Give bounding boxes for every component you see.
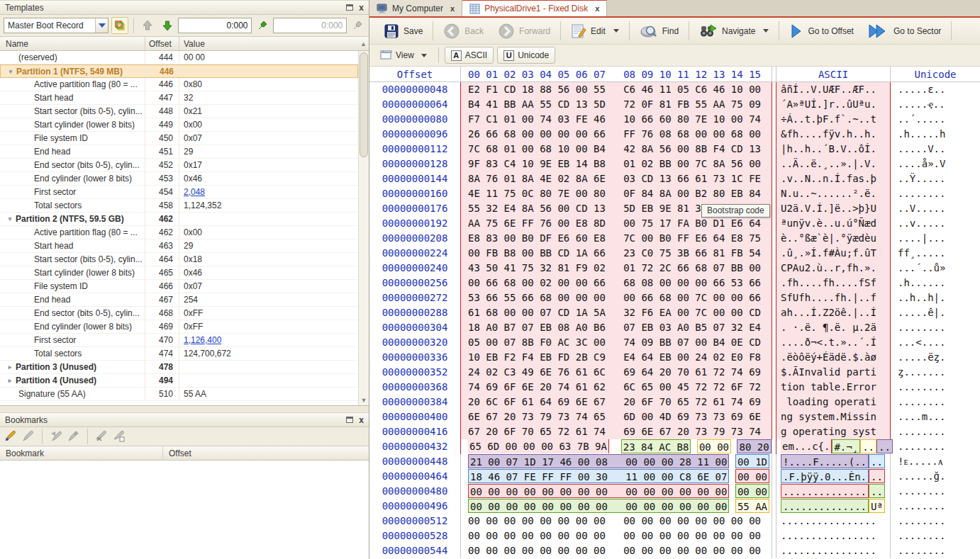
hex-segment-sigAA[interactable]: 55 AA [735, 499, 769, 513]
hex-bytes-cell[interactable]: 8A 76 01 8A 4E 02 8A 6E 03 CD 13 66 61 7… [460, 171, 772, 186]
hex-segment-bootseg[interactable]: em...c{. [781, 439, 832, 453]
hex-bytes-cell[interactable]: 6E 67 20 73 79 73 74 65 6D 00 4D 69 73 7… [460, 410, 772, 424]
ascii-cell[interactable]: U2ä.V.Í.]ë..>þ}U [776, 201, 891, 216]
hex-bytes-cell[interactable]: 67 20 6F 70 65 72 61 74 69 6E 67 20 73 7… [460, 424, 772, 439]
unicode-cell[interactable]: ...´..ů» [891, 261, 980, 276]
ascii-cell[interactable]: ÷Á..t.þF.f`.~..t [776, 112, 891, 127]
gray-pin-icon[interactable] [350, 18, 365, 33]
bookmarks-list[interactable] [0, 461, 369, 559]
ascii-cell[interactable]: ....ð¬<.t.»..´.Í [776, 335, 891, 350]
back-button[interactable]: Back [436, 21, 491, 42]
hex-bytes-cell[interactable]: 9F 83 C4 10 9E EB 14 B8 01 02 BB 00 7C 8… [460, 157, 772, 171]
hex-bytes-cell[interactable]: 53 66 55 66 68 00 00 00 00 66 68 00 7C 0… [460, 290, 772, 305]
unicode-cell[interactable]: ..h..h|. [891, 290, 980, 305]
template-row[interactable]: End sector (bits 0-5), cylin...4680xFF [0, 307, 358, 320]
hex-bytes-cell[interactable]: 4E 11 75 0C 80 7E 00 80 0F 84 8A 00 B2 8… [460, 186, 772, 201]
hex-bytes-cell[interactable]: AA 75 6E FF 76 00 E8 8D 00 75 17 FA B0 D… [460, 216, 772, 231]
unicode-cell[interactable]: ......ğ. [891, 469, 980, 484]
unicode-cell[interactable]: .h...... [891, 276, 980, 290]
forward-button[interactable]: Forward [491, 21, 557, 42]
scroll-up-icon[interactable]: ▲ [358, 37, 369, 50]
unicode-cell[interactable]: ȥ....... [891, 365, 980, 380]
hex-bytes-cell[interactable]: 18 46 07 FE FF FF 00 30 11 00 00 C8 6E 0… [460, 469, 772, 484]
unicode-cell[interactable]: ..´..... [891, 112, 980, 127]
unicode-cell[interactable]: ........ [891, 424, 980, 439]
ascii-cell[interactable]: !....F.....(.... [776, 454, 891, 469]
column-header-name[interactable]: Name [0, 37, 145, 50]
hex-segment-p4[interactable]: 00 00 00 00 00 00 00 00 00 00 00 00 00 0… [468, 499, 729, 513]
sector-link[interactable]: 1,126,400 [184, 335, 221, 345]
ascii-cell[interactable]: &fh....fÿv.h..h. [776, 127, 891, 142]
template-row[interactable]: Start cylinder (lower 8 bits)4490x00 [0, 118, 358, 132]
hex-bytes-cell[interactable]: 21 00 07 1D 17 46 00 08 00 00 00 28 11 0… [460, 454, 772, 469]
unicode-cell[interactable]: ........ [891, 499, 980, 514]
hex-segment-p2[interactable]: 18 46 07 FE FF FF 00 30 11 00 00 C8 6E 0… [468, 469, 729, 483]
hex-bytes-cell[interactable]: 00 00 00 00 00 00 00 00 00 00 00 00 00 0… [460, 484, 772, 499]
hex-segment-p4[interactable]: 00 00 [735, 484, 769, 498]
template-offset-input[interactable] [178, 18, 252, 33]
close-panel-icon[interactable]: x [359, 4, 364, 11]
unicode-cell[interactable]: ...<.... [891, 335, 980, 350]
template-row[interactable]: ▸Partition 4 (Unused)494 [0, 374, 358, 388]
hex-segment-bootseg[interactable]: 65 6D 00 00 00 63 7B 9A [468, 439, 609, 453]
close-panel-icon[interactable]: x [359, 417, 364, 424]
ascii-cell[interactable]: ªunÿv.è..u.ú°Ñæd [776, 216, 891, 231]
unicode-cell[interactable]: ....|... [891, 231, 980, 246]
ascii-cell[interactable]: ................ [776, 529, 891, 543]
hex-segment-sigAA[interactable]: Uª [869, 499, 885, 513]
hex-bytes-cell[interactable]: 7C 68 01 00 68 10 00 B4 42 8A 56 00 8B F… [460, 142, 772, 157]
unicode-cell[interactable]: ..V..... [891, 201, 980, 216]
ascii-cell[interactable]: .û¸.»Í.f#Àu;f.ûT [776, 246, 891, 261]
template-row[interactable]: End head467254 [0, 293, 358, 307]
unicode-cell[interactable]: .....V.. [891, 142, 980, 157]
ascii-cell[interactable]: CPAu2.ù..r,fh.». [776, 261, 891, 276]
chevron-down-icon[interactable] [763, 29, 769, 33]
unicode-cell[interactable]: ........ [891, 514, 980, 529]
ascii-cell[interactable]: .v..N..n.Í.fas.þ [776, 171, 891, 186]
hex-bytes-cell[interactable]: 00 FB B8 00 BB CD 1A 66 23 C0 75 3B 66 8… [460, 246, 772, 261]
find-button[interactable]: Find [633, 21, 686, 42]
scroll-down-icon[interactable]: ▼ [359, 397, 369, 404]
goto-offset-button[interactable]: Go to Offset [782, 21, 860, 42]
ascii-cell[interactable]: ng system.Missin [776, 410, 891, 424]
unicode-cell[interactable]: .....ëȥ. [891, 350, 980, 365]
ascii-cell[interactable]: ................ [776, 543, 891, 558]
template-row[interactable]: End cylinder (lower 8 bits)4530x46 [0, 172, 358, 186]
template-row[interactable]: End head45129 [0, 145, 358, 159]
template-row[interactable]: File system ID4500x07 [0, 132, 358, 145]
ascii-cell[interactable]: âñÍ..V.UÆF..ÆF.. [776, 82, 891, 97]
template-row[interactable]: ▾Partition 2 (NTFS, 59.5 GB)462 [0, 213, 358, 226]
unicode-cell[interactable]: ....m... [891, 410, 980, 424]
ascii-cell[interactable]: SfUfh....fh.|..f [776, 290, 891, 305]
hex-bytes-cell[interactable]: 24 02 C3 49 6E 76 61 6C 69 64 20 70 61 7… [460, 365, 772, 380]
hex-bytes-cell[interactable]: E2 F1 CD 18 88 56 00 55 C6 46 11 05 C6 4… [460, 82, 772, 97]
hex-bytes-cell[interactable]: 61 68 00 00 07 CD 1A 5A 32 F6 EA 00 7C 0… [460, 305, 772, 320]
prev-bookmark-button[interactable] [50, 429, 62, 444]
template-row[interactable]: ▸Partition 3 (Unused)478 [0, 361, 358, 374]
hex-bytes-cell[interactable]: 26 66 68 00 00 00 00 66 FF 76 08 68 00 0… [460, 127, 772, 142]
ascii-cell[interactable]: .F.þÿÿ.0...Èn... [776, 469, 891, 484]
close-tab-icon[interactable]: x [595, 4, 599, 13]
hex-segment-p1[interactable]: !....F.....(.. [781, 454, 869, 468]
ascii-cell[interactable]: è..°ßæ`è|.°ÿædèu [776, 231, 891, 246]
hex-bytes-cell[interactable]: 10 EB F2 F4 EB FD 2B C9 E4 64 EB 00 24 0… [460, 350, 772, 365]
template-row[interactable]: Total sectors4581,124,352 [0, 199, 358, 213]
panel-splitter[interactable] [0, 406, 369, 412]
template-row[interactable]: Start head46329 [0, 239, 358, 253]
template-row[interactable]: File system ID4660x07 [0, 280, 358, 293]
goto-sector-button[interactable]: Go to Sector [861, 21, 948, 42]
chevron-down-icon[interactable] [95, 18, 108, 33]
hex-bytes-cell[interactable]: 00 00 00 00 00 00 00 00 00 00 00 00 00 0… [460, 543, 772, 558]
hex-segment-p3[interactable]: 00 00 [735, 469, 769, 483]
ascii-cell[interactable]: ..Ä..ë.¸..».|.V. [776, 157, 891, 171]
hex-bytes-cell[interactable]: 18 A0 B7 07 EB 08 A0 B6 07 EB 03 A0 B5 0… [460, 320, 772, 335]
ascii-cell[interactable]: ..............Uª [776, 499, 891, 514]
delete-all-bookmarks-button[interactable] [113, 429, 126, 444]
hex-bytes-cell[interactable]: 00 66 68 00 02 00 00 66 68 08 00 00 00 6… [460, 276, 772, 290]
ascii-cell[interactable]: loading operati [776, 395, 891, 410]
template-row[interactable]: Active partition flag (80 = ...4460x80 [0, 78, 358, 91]
template-row[interactable]: Signature (55 AA)51055 AA [0, 388, 358, 401]
pin-offset-button[interactable] [255, 18, 270, 33]
delete-bookmark-button[interactable] [95, 429, 108, 444]
template-offset-input-2[interactable] [273, 18, 347, 33]
